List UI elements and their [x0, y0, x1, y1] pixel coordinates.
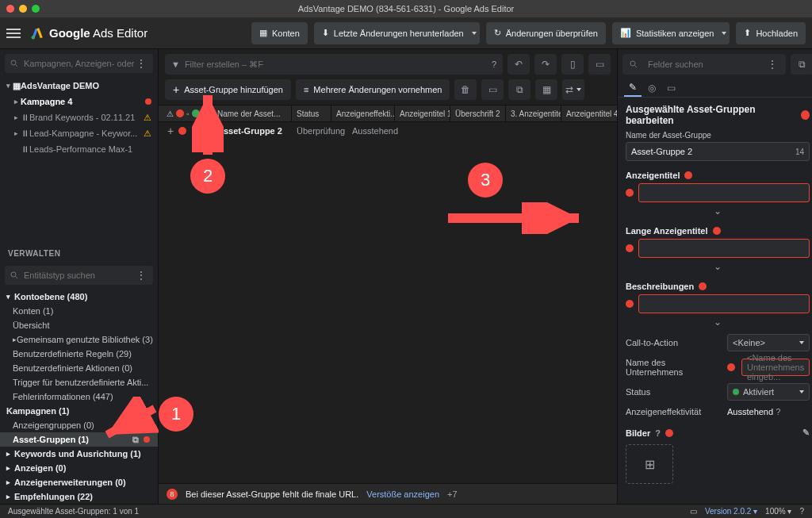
minimize-window-button[interactable] [19, 5, 27, 13]
popout-button[interactable]: ⧉ [791, 54, 812, 75]
nav-custom-rules[interactable]: Benutzerdefinierte Regeln (29) [0, 347, 158, 361]
expand-long-headlines[interactable]: ⌄ [626, 261, 810, 272]
open-icon[interactable]: ⧉ [132, 435, 139, 445]
nav-konten[interactable]: Konten (1) [0, 304, 158, 318]
multi-edit-button[interactable]: ≡ Mehrere Änderungen vornehmen [296, 79, 450, 100]
th-effectiveness[interactable]: Anzeigeneffekti... [331, 106, 395, 121]
help-icon[interactable]: ? [492, 59, 496, 69]
targeting-tab[interactable]: ◎ [643, 79, 661, 97]
version-label[interactable]: Version 2.0.2 ▾ [705, 507, 757, 516]
tree-leads-pmax[interactable]: ⏸ Leads-Performance Max-1 [3, 141, 155, 157]
expand-descriptions[interactable]: ⌄ [626, 317, 810, 328]
help-icon[interactable]: ? [799, 507, 804, 516]
close-window-button[interactable] [6, 5, 14, 13]
help-icon[interactable]: ? [776, 407, 780, 416]
status-select[interactable]: Aktiviert [727, 383, 810, 401]
cell-asset-name: Asset-Gruppe 2 [213, 126, 292, 136]
main-panel: ▼ ? ↶ ↷ ▯ ▭ +Asset-Gruppe hinzufügen ≡ M… [159, 49, 617, 504]
description-input[interactable] [638, 294, 810, 313]
maximize-window-button[interactable] [32, 5, 40, 13]
headlines-header: Anzeigentitel [626, 171, 810, 180]
filter-icon: ▼ [171, 59, 180, 69]
edit-images-button[interactable]: ✎ [802, 428, 810, 438]
tree-account[interactable]: ▾▦ AdsVantage DEMO [3, 78, 155, 94]
headline-input[interactable] [638, 183, 810, 202]
hamburger-menu-button[interactable] [6, 29, 21, 38]
nav-uebersicht[interactable]: Übersicht [0, 318, 158, 332]
upload-button[interactable]: ⬆ Hochladen [736, 22, 806, 44]
add-row-icon[interactable]: + [165, 125, 176, 137]
nav-erweiterungen[interactable]: ▸Anzeigenerweiterungen (0) [0, 475, 158, 489]
fields-search-input[interactable] [648, 59, 760, 69]
long-headline-input[interactable] [638, 239, 810, 258]
entity-search-input[interactable] [24, 271, 134, 280]
th-name[interactable]: Name der Asset... [213, 106, 292, 121]
error-dot-icon [626, 244, 634, 252]
error-dot-icon [727, 363, 735, 371]
undo-button[interactable]: ↶ [508, 54, 530, 75]
th-headline-4[interactable]: Anzeigentitel 4 [561, 106, 617, 121]
campaign-search-input[interactable] [24, 59, 134, 68]
nav-errors[interactable]: Fehlerinformationen (447) [0, 389, 158, 404]
accounts-button[interactable]: ▦ Konten [251, 22, 308, 44]
show-violations-link[interactable]: Verstöße anzeigen [366, 489, 439, 499]
entity-search-menu[interactable]: ⋮ [134, 269, 148, 282]
search-icon [629, 59, 638, 69]
cta-select[interactable]: <Keine> [727, 334, 810, 351]
edit-tab[interactable]: ✎ [624, 79, 642, 97]
copy-button[interactable]: ⧉ [508, 79, 530, 100]
table-row[interactable]: + Asset-Gruppe 2 Überprüfung st... Ausst… [159, 122, 617, 140]
svg-point-0 [32, 36, 36, 40]
download-changes-button[interactable]: ⬇ Letzte Änderungen herunterladen [314, 22, 480, 44]
entity-search[interactable]: ⋮ [5, 266, 153, 285]
nav-kampagnen[interactable]: Kampagnen (1) [0, 404, 158, 418]
delete-button[interactable]: 🗑 [454, 79, 477, 100]
nav-triggers[interactable]: Trigger für benutzerdefinierte Akti... [0, 375, 158, 389]
business-name-input[interactable]: <Name des Unternehmens eingeb... [741, 359, 810, 376]
filter-input[interactable] [185, 59, 487, 69]
asset-name-input[interactable]: Asset-Gruppe 214 [626, 142, 810, 161]
app-name: Google Ads Editor [49, 26, 147, 40]
nav-empfehlungen[interactable]: ▸Empfehlungen (22) [0, 489, 158, 504]
tree-brand-keywords[interactable]: ▸⏸ Brand Keywords - 02.11.21⚠ [3, 109, 155, 125]
fields-search[interactable]: ⋮ [622, 54, 786, 75]
nav-asset-gruppen[interactable]: Asset-Gruppen (1)⧉ [0, 432, 158, 447]
add-image-slot[interactable]: ⊞ [626, 444, 673, 484]
nav-shared-library[interactable]: ▸Gemeinsam genutzte Bibliothek (3) [0, 332, 158, 347]
statistics-button[interactable]: 📊 Statistiken anzeigen [612, 22, 730, 44]
error-dot-icon [699, 282, 707, 290]
nav-anzeigen[interactable]: ▸Anzeigen (0) [0, 461, 158, 475]
th-headline-1[interactable]: Anzeigentitel 1 [395, 106, 450, 121]
nav-keywords[interactable]: ▸Keywords und Ausrichtung (1) [0, 447, 158, 461]
redo-button[interactable]: ↷ [534, 54, 557, 75]
grid-button[interactable]: ▦ [535, 79, 557, 100]
help-icon[interactable]: ? [655, 428, 661, 438]
th-status-icons[interactable]: ⚠◦ [162, 106, 213, 121]
campaign-search-menu[interactable]: ⋮ [134, 57, 148, 70]
replace-button[interactable]: ⇄ [562, 79, 584, 100]
nav-anzeigengruppen[interactable]: Anzeigengruppen (0) [0, 418, 158, 432]
tree-lead-kampagne[interactable]: ▸⏸ Lead-Kampagne - Keywor...⚠ [3, 125, 155, 141]
review-changes-button[interactable]: ↻ Änderungen überprüfen [486, 22, 606, 44]
expand-headlines[interactable]: ⌄ [626, 205, 810, 217]
video-button[interactable]: ▭ [481, 79, 504, 100]
preview-tab[interactable]: ▭ [662, 79, 680, 97]
nav-account-level[interactable]: ▾Kontoebene (480) [0, 290, 158, 304]
entity-nav-list: ▾Kontoebene (480) Konten (1) Übersicht ▸… [0, 290, 158, 504]
fields-search-menu[interactable]: ⋮ [765, 58, 779, 71]
filter-box[interactable]: ▼ ? [165, 54, 503, 75]
zoom-level[interactable]: 100% ▾ [765, 507, 791, 516]
feedback-icon[interactable]: ▭ [690, 507, 697, 516]
add-asset-group-button[interactable]: +Asset-Gruppe hinzufügen [165, 79, 291, 100]
th-status[interactable]: Status [292, 106, 331, 121]
google-ads-icon [30, 26, 44, 40]
panel-toggle-2[interactable]: ▭ [588, 54, 611, 75]
nav-custom-actions[interactable]: Benutzerdefinierte Aktionen (0) [0, 361, 158, 375]
tree-campaign-4[interactable]: ▸Kampagne 4 [3, 94, 155, 109]
long-headlines-header: Lange Anzeigentitel [626, 226, 810, 236]
search-icon [10, 59, 19, 68]
panel-toggle-1[interactable]: ▯ [561, 54, 584, 75]
campaign-search[interactable]: ⋮ [5, 54, 153, 73]
th-headline-2[interactable]: Überschrift 2 [450, 106, 506, 121]
th-headline-3[interactable]: 3. Anzeigentitel [506, 106, 561, 121]
